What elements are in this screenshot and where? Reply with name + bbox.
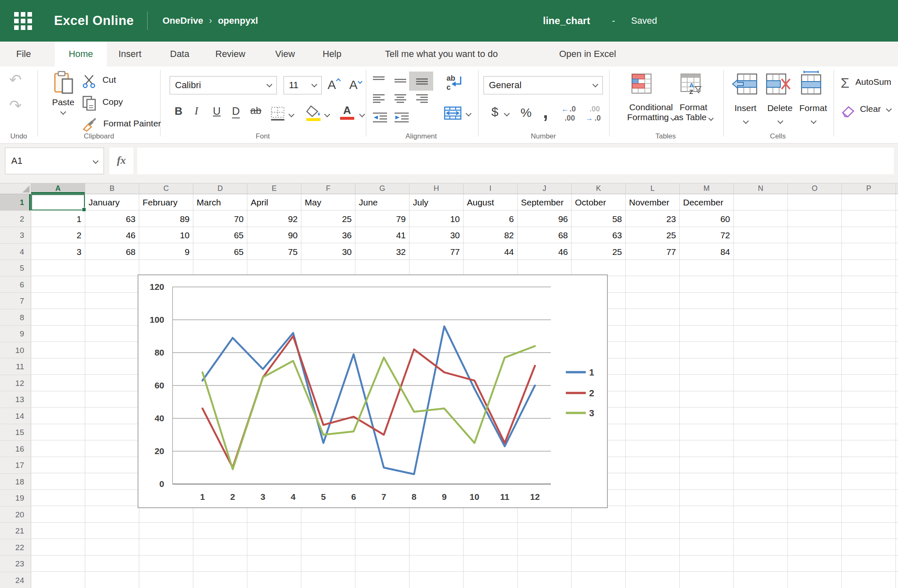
format-as-table-label[interactable]: Format as Table [674,102,713,122]
italic-button[interactable]: I [195,105,198,117]
underline-button[interactable]: U [213,105,221,118]
font-color-button[interactable]: A [340,105,354,120]
cell-value[interactable]: 68 [518,227,572,244]
paste-dropdown-chevron-icon[interactable] [60,109,66,115]
menu-review[interactable]: Review [215,42,245,67]
column-header-H[interactable]: H [410,183,464,194]
cell-month-January[interactable]: January [85,194,139,211]
format-painter-button[interactable]: Format Painter [82,117,161,132]
cell-value[interactable]: 72 [680,227,734,244]
cell-value[interactable]: 36 [301,227,355,244]
cell-value[interactable]: 30 [410,227,464,244]
merge-center-button[interactable] [444,106,461,121]
format-chevron-icon[interactable] [811,118,817,124]
insert-cells-button[interactable] [732,73,757,96]
format-as-table-button[interactable]: A Z [680,72,703,96]
line-chart-object[interactable]: 020406080100120123456789101112123 [138,274,608,508]
cell-value[interactable]: 46 [518,244,572,260]
row-header-12[interactable]: 12 [0,375,31,392]
row-header-8[interactable]: 8 [0,309,31,326]
align-right-button[interactable] [416,93,428,106]
cell-value[interactable]: 58 [572,211,626,227]
column-header-I[interactable]: I [464,183,518,194]
comma-format-button[interactable]: , [543,101,548,122]
bold-button[interactable]: B [175,105,183,118]
delete-cells-button[interactable] [766,73,792,96]
column-header-M[interactable]: M [680,183,734,194]
strikethrough-button[interactable]: ab [250,105,262,116]
column-header-G[interactable]: G [355,183,410,194]
row-header-6[interactable]: 6 [0,277,31,293]
cell-value[interactable]: 2 [31,227,85,244]
cell-value[interactable]: 63 [572,227,626,244]
insert-function-button[interactable]: fx [109,148,133,174]
align-center-button[interactable] [394,93,407,106]
cell-month-May[interactable]: May [301,194,355,211]
formula-input[interactable] [137,148,894,174]
align-middle-button[interactable] [394,75,407,88]
grow-font-button[interactable]: A [328,78,339,92]
row-header-17[interactable]: 17 [0,457,31,474]
column-header-D[interactable]: D [193,183,247,194]
cell-value[interactable]: 68 [85,244,139,260]
cell-value[interactable]: 32 [355,244,410,260]
cell-value[interactable]: 82 [464,227,518,244]
row-header-15[interactable]: 15 [0,424,31,441]
row-header-1[interactable]: 1 [0,194,31,211]
percent-format-button[interactable]: % [521,106,532,120]
currency-chevron-icon[interactable] [504,111,510,116]
conditional-formatting-button[interactable] [631,72,654,96]
cell-value[interactable]: 84 [680,244,734,260]
row-header-3[interactable]: 3 [0,227,31,244]
cell-value[interactable]: 44 [464,244,518,260]
column-header-F[interactable]: F [301,183,355,194]
menu-help[interactable]: Help [323,42,341,67]
cell-value[interactable]: 6 [464,211,518,227]
fill-color-chevron-icon[interactable] [324,111,330,117]
cell-value[interactable]: 65 [193,244,247,260]
column-header-E[interactable]: E [247,183,301,194]
cell-value[interactable]: 1 [31,211,85,227]
row-header-13[interactable]: 13 [0,391,31,408]
column-header-P[interactable]: P [842,183,896,194]
cell-month-September[interactable]: September [518,194,572,211]
copy-button[interactable]: Copy [82,96,123,111]
fill-color-button[interactable] [306,105,322,123]
menu-file[interactable]: File [16,42,31,67]
cell-month-March[interactable]: March [193,194,247,211]
menu-data[interactable]: Data [170,42,189,67]
cell-month-June[interactable]: June [355,194,410,211]
row-header-19[interactable]: 19 [0,490,31,506]
select-all-button[interactable] [0,183,31,194]
autosum-button[interactable]: Σ AutoSum [841,75,891,91]
cell-value[interactable]: 63 [85,211,139,227]
column-header-O[interactable]: O [788,183,842,194]
row-header-14[interactable]: 14 [0,408,31,425]
cell-value[interactable]: 25 [626,227,680,244]
column-header-B[interactable]: B [85,183,139,194]
column-header-A[interactable]: A [31,183,85,194]
decrease-indent-button[interactable] [373,111,387,125]
align-bottom-button[interactable] [416,75,428,88]
app-launcher-waffle-icon[interactable] [14,12,32,30]
cell-value[interactable]: 90 [247,227,301,244]
align-top-button[interactable] [373,75,385,88]
tell-me-box[interactable]: Tell me what you want to do [385,42,498,67]
borders-button[interactable] [270,106,285,123]
cell-month-April[interactable]: April [247,194,301,211]
cell-value[interactable]: 10 [410,211,464,227]
double-underline-button[interactable]: D [232,105,240,119]
insert-chevron-icon[interactable] [743,118,749,124]
breadcrumb-onedrive[interactable]: OneDrive [163,15,203,26]
font-family-dropdown[interactable]: Calibri [170,76,277,94]
menu-view[interactable]: View [275,42,295,67]
delete-chevron-icon[interactable] [777,118,783,124]
cell-value[interactable]: 70 [193,211,247,227]
cut-button[interactable]: Cut [82,74,116,88]
row-header-4[interactable]: 4 [0,244,31,260]
format-cells-button[interactable] [800,71,823,96]
row-header-18[interactable]: 18 [0,474,31,490]
borders-chevron-icon[interactable] [289,111,294,117]
cell-month-December[interactable]: December [680,194,734,211]
currency-format-button[interactable]: $ [491,105,498,119]
